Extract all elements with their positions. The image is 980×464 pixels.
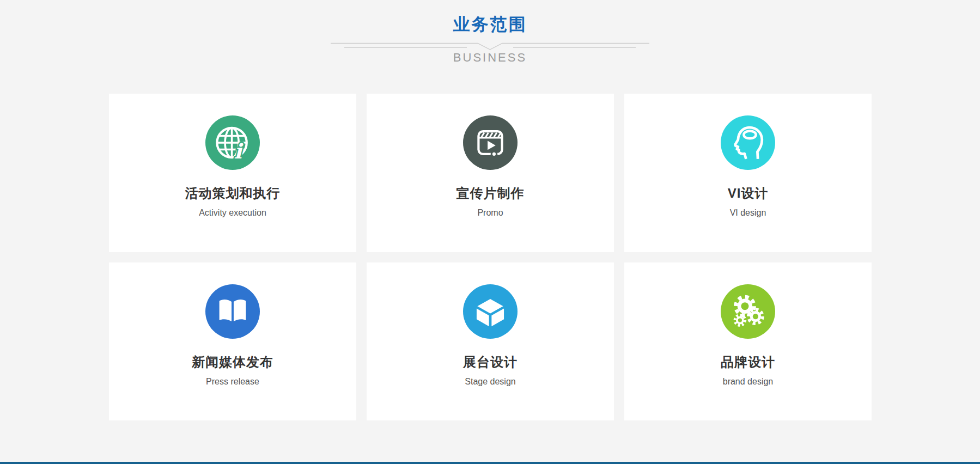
card-vi-design[interactable]: VI设计 VI design bbox=[624, 94, 872, 252]
card-subtitle: Press release bbox=[109, 377, 356, 387]
cube-icon bbox=[463, 284, 518, 339]
card-title: VI设计 bbox=[624, 185, 872, 202]
gear-large bbox=[735, 297, 754, 315]
card-brand-design[interactable]: 品牌设计 brand design bbox=[624, 262, 872, 420]
section-subtitle: BUSINESS bbox=[0, 51, 980, 65]
bottom-accent-rule bbox=[0, 462, 980, 464]
business-cards-grid: i 活动策划和执行 Activity execution bbox=[109, 94, 872, 420]
card-title: 宣传片制作 bbox=[367, 185, 614, 202]
card-subtitle: Promo bbox=[367, 208, 614, 218]
card-title: 活动策划和执行 bbox=[109, 185, 356, 202]
card-title: 品牌设计 bbox=[624, 353, 872, 371]
head-profile-icon bbox=[721, 115, 775, 170]
gear-medium bbox=[748, 309, 763, 323]
gears-icon bbox=[721, 284, 775, 339]
card-subtitle: brand design bbox=[624, 377, 872, 387]
card-activity-execution[interactable]: i 活动策划和执行 Activity execution bbox=[109, 94, 356, 252]
card-subtitle: Stage design bbox=[367, 377, 614, 387]
card-stage-design[interactable]: 展台设计 Stage design bbox=[367, 262, 614, 420]
card-press-release[interactable]: 新闻媒体发布 Press release bbox=[109, 262, 356, 420]
card-promo-production[interactable]: 宣传片制作 Promo bbox=[367, 94, 614, 252]
card-subtitle: Activity execution bbox=[109, 208, 356, 218]
globe-info-icon: i bbox=[205, 115, 260, 170]
section-title: 业务范围 bbox=[0, 13, 980, 36]
card-subtitle: VI design bbox=[624, 208, 872, 218]
open-book-icon bbox=[205, 284, 260, 339]
card-title: 新闻媒体发布 bbox=[109, 353, 356, 371]
clapperboard-play-icon bbox=[463, 115, 518, 170]
card-title: 展台设计 bbox=[367, 353, 614, 371]
